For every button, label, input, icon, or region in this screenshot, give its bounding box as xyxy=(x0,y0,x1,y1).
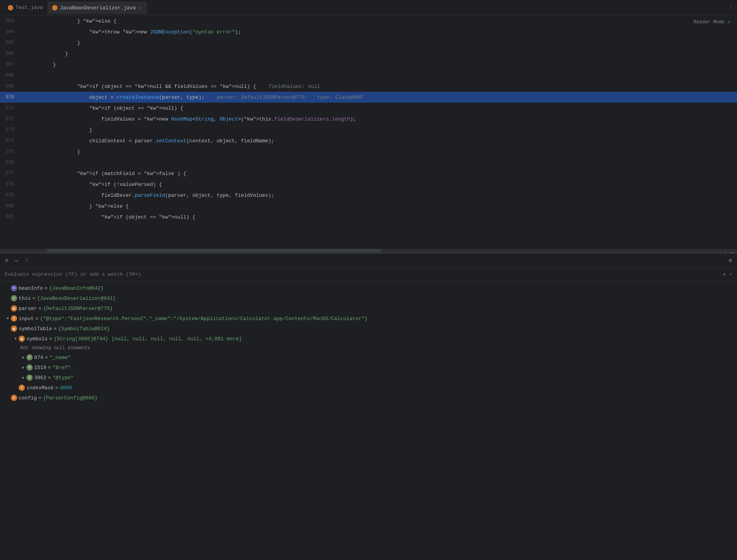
var-value-text: 4095 xyxy=(60,385,72,391)
tab-java-label: JavaBeanDeserializer.java xyxy=(60,5,136,11)
line-content[interactable]: "kw">if (object == "kw">null && fieldVal… xyxy=(51,84,737,89)
line-number: 572 xyxy=(0,116,20,122)
var-value-text: {String[4096]@744} [null, null, null, nu… xyxy=(54,336,242,342)
line-content[interactable]: "kw">if (object == "kw">null) { xyxy=(51,214,737,220)
reader-mode-checkmark[interactable]: ✓ xyxy=(728,19,731,25)
editor-area: Reader Mode ✓ 563 } "kw">else {564 "kw">… xyxy=(0,16,737,252)
var-type-icon: ≡ xyxy=(11,295,17,301)
code-line-574: 574 childContext = parser.setContext(con… xyxy=(0,135,737,146)
var-expand-button[interactable]: ▶ xyxy=(20,375,26,380)
var-value-text: "$ref" xyxy=(52,365,71,371)
line-content[interactable]: } xyxy=(51,149,737,155)
line-content[interactable]: "kw">if (!valueParsed) { xyxy=(51,182,737,187)
watch-input-bar: + − xyxy=(0,268,737,282)
var-name-text: config xyxy=(19,395,37,401)
var-equals-sign: = xyxy=(38,306,42,312)
var-name-text: input xyxy=(19,316,34,322)
variable-list: ∞beanInfo = {JavaBeanInfo@642}≡this = {J… xyxy=(0,282,737,404)
var-row-this[interactable]: ≡this = {JavaBeanDeserializer@641} xyxy=(0,293,737,303)
code-line-563: 563 } "kw">else { xyxy=(0,16,737,26)
line-content[interactable]: "kw">if (matchField = "kw">false ) { xyxy=(51,171,737,177)
var-row-config[interactable]: iconfig = {ParserConfig@608} xyxy=(0,393,737,403)
line-content[interactable]: "kw">throw "kw">new JSONException("synta… xyxy=(51,29,737,35)
debug-edit-icon[interactable]: ✏ xyxy=(13,257,20,264)
line-content[interactable]: childContext = parser.setContext(context… xyxy=(51,138,737,144)
code-container: 563 } "kw">else {564 "kw">throw "kw">new… xyxy=(0,16,737,249)
var-row-symbolTable[interactable]: ◉symbolTable = {SymbolTable@614} xyxy=(0,324,737,334)
not-showing-null-note: Not showing null elements xyxy=(0,344,737,352)
debug-hint: fieldValues: null xyxy=(269,84,320,89)
code-line-571: 571 "kw">if (object == "kw">null) { xyxy=(0,103,737,114)
code-line-566: 566 } xyxy=(0,48,737,59)
var-value-text: {SymbolTable@614} xyxy=(58,326,110,332)
debugger-toolbar: ⊘ ✏ ⋮ ⚙ xyxy=(0,254,737,268)
line-content[interactable]: fieldDeser.parseField(parser, object, ty… xyxy=(51,192,737,198)
tab-options-button[interactable]: ⋮ xyxy=(728,4,734,12)
line-content[interactable]: } "kw">else { xyxy=(51,18,737,24)
var-type-icon: i xyxy=(11,315,17,322)
var-row-sym_874[interactable]: ▶≡874 = "_name" xyxy=(0,352,737,362)
tab-javabeandeserializer[interactable]: JavaBeanDeserializer.java ✕ xyxy=(47,2,147,14)
var-type-icon: ◉ xyxy=(11,326,17,332)
line-content[interactable]: "kw">if (object == "kw">null) { xyxy=(51,105,737,111)
code-line-573: 573 } xyxy=(0,124,737,135)
line-number: 579 xyxy=(0,192,20,198)
var-equals-sign: = xyxy=(54,326,57,332)
var-value-text: {"@type":"FastjsonResearch.Person2","_na… xyxy=(40,316,368,322)
watch-collapse-button[interactable]: − xyxy=(729,271,732,278)
java-tab-icon xyxy=(52,5,58,10)
debug-settings-icon[interactable]: ⚙ xyxy=(727,257,734,264)
var-type-icon: i xyxy=(11,395,17,401)
line-number: 569 xyxy=(0,84,20,89)
line-number: 575 xyxy=(0,149,20,154)
var-name-text: 3962 xyxy=(34,375,46,381)
scrollbar-thumb[interactable] xyxy=(47,249,381,252)
close-tab-button[interactable]: ✕ xyxy=(140,5,142,10)
reader-mode-label: Reader Mode xyxy=(693,19,724,25)
var-expand-button[interactable]: ▼ xyxy=(12,337,19,341)
line-number: 581 xyxy=(0,214,20,220)
var-row-parser[interactable]: ◉parser = {DefaultJSONParser@775} xyxy=(0,303,737,313)
line-content[interactable]: } xyxy=(51,62,737,68)
code-line-576: 576 xyxy=(0,157,737,168)
line-content[interactable]: fieldValues = "kw">new HashMap<String, O… xyxy=(51,116,737,122)
var-equals-sign: = xyxy=(49,336,52,342)
line-number: 566 xyxy=(0,51,20,56)
debug-hint: parser: DefaultJSONParser@775 type: Clas… xyxy=(217,94,362,100)
var-row-input[interactable]: ▼iinput = {"@type":"FastjsonResearch.Per… xyxy=(0,313,737,324)
test-tab-icon xyxy=(8,5,13,10)
var-expand-button[interactable]: ▶ xyxy=(20,355,26,360)
line-content[interactable]: } xyxy=(51,51,737,57)
var-expand-button[interactable]: ▶ xyxy=(20,365,26,370)
line-number: 563 xyxy=(0,18,20,24)
watch-expression-input[interactable] xyxy=(5,271,720,277)
debug-more-icon[interactable]: ⋮ xyxy=(23,257,30,264)
var-row-symbols[interactable]: ▼◉symbols = {String[4096]@744} [null, nu… xyxy=(0,334,737,344)
code-line-581: 581 "kw">if (object == "kw">null) { xyxy=(0,212,737,222)
horizontal-scrollbar[interactable] xyxy=(0,249,737,252)
var-row-sym_1519[interactable]: ▶≡1519 = "$ref" xyxy=(0,362,737,373)
var-row-beanInfo[interactable]: ∞beanInfo = {JavaBeanInfo@642} xyxy=(0,283,737,293)
var-equals-sign: = xyxy=(32,296,35,301)
line-number: 564 xyxy=(0,29,20,35)
var-type-icon: ◉ xyxy=(11,305,17,312)
var-name-text: symbolTable xyxy=(19,326,52,332)
var-expand-button[interactable]: ▼ xyxy=(5,317,11,321)
debug-stop-icon[interactable]: ⊘ xyxy=(3,257,10,264)
line-content[interactable]: } xyxy=(51,127,737,133)
var-row-sym_3962[interactable]: ▶≡3962 = "@type" xyxy=(0,373,737,383)
code-line-577: 577 "kw">if (matchField = "kw">false ) { xyxy=(0,168,737,179)
var-name-text: indexMask xyxy=(26,385,54,391)
line-number: 570 xyxy=(0,94,20,100)
line-number: 576 xyxy=(0,160,20,165)
var-equals-sign: = xyxy=(48,375,51,381)
var-name-text: this xyxy=(19,296,31,301)
line-content[interactable]: object = createInstance(parser, type);pa… xyxy=(51,94,737,100)
tab-test[interactable]: Test.java xyxy=(3,2,47,14)
watch-add-button[interactable]: + xyxy=(723,271,726,278)
code-line-564: 564 "kw">throw "kw">new JSONException("s… xyxy=(0,26,737,37)
tab-bar: Test.java JavaBeanDeserializer.java ✕ ⋮ xyxy=(0,0,737,16)
var-row-indexMask[interactable]: iindexMask = 4095 xyxy=(0,383,737,393)
line-content[interactable]: } "kw">else { xyxy=(51,203,737,209)
line-content[interactable]: } xyxy=(51,40,737,46)
